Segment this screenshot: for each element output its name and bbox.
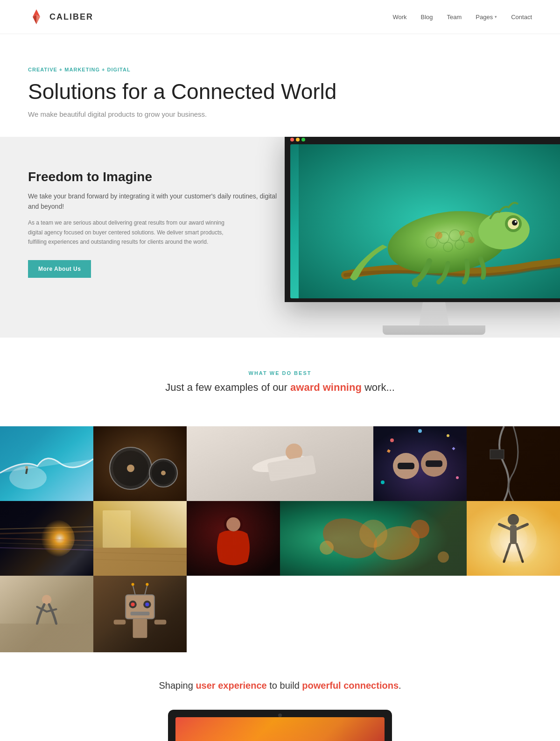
- svg-point-9: [515, 221, 517, 223]
- svg-rect-34: [373, 426, 467, 501]
- svg-rect-55: [93, 501, 187, 576]
- svg-point-65: [370, 521, 424, 565]
- svg-rect-75: [0, 576, 93, 652]
- portfolio-item-silhouette[interactable]: [467, 501, 560, 576]
- portfolio-item-abstract[interactable]: [280, 501, 467, 576]
- svg-rect-48: [0, 501, 93, 576]
- svg-point-17: [459, 230, 465, 236]
- more-about-button[interactable]: More About Us: [28, 260, 91, 278]
- svg-point-71: [508, 514, 519, 525]
- svg-rect-87: [154, 620, 167, 624]
- svg-line-51: [0, 531, 93, 534]
- svg-point-32: [286, 444, 302, 460]
- portfolio-item-lights[interactable]: [0, 501, 93, 576]
- work-section: WHAT WE DO BEST Just a few examples of o…: [0, 338, 560, 426]
- portfolio-grid: [0, 426, 560, 652]
- svg-rect-38: [426, 460, 442, 467]
- nav-contact[interactable]: Contact: [511, 14, 532, 21]
- svg-line-50: [0, 527, 93, 529]
- svg-rect-70: [467, 501, 560, 576]
- nav-blog[interactable]: Blog: [420, 14, 433, 21]
- svg-point-61: [224, 515, 243, 534]
- svg-point-18: [468, 237, 475, 243]
- bottom-tagline: Shaping user experience to build powerfu…: [9, 680, 551, 691]
- main-nav: Work Blog Team Pages ▾ Contact: [392, 14, 532, 21]
- header: CALIBER Work Blog Team Pages ▾ Contact: [0, 0, 560, 34]
- svg-point-24: [110, 447, 152, 489]
- svg-point-81: [143, 600, 151, 608]
- svg-line-58: [93, 559, 187, 562]
- svg-point-80: [129, 600, 136, 608]
- portfolio-item-interior[interactable]: [93, 501, 187, 576]
- nav-work[interactable]: Work: [392, 14, 406, 21]
- svg-line-52: [0, 538, 93, 541]
- chameleon-illustration: [290, 144, 560, 298]
- svg-point-22: [25, 466, 28, 469]
- svg-point-36: [421, 451, 447, 477]
- svg-point-25: [113, 451, 148, 486]
- portfolio-item-gauges[interactable]: [93, 426, 187, 501]
- about-body: As a team we are serious about deliverin…: [28, 218, 233, 247]
- svg-point-8: [512, 220, 518, 226]
- portfolio-item-robot[interactable]: [93, 576, 187, 652]
- svg-point-41: [418, 429, 422, 433]
- svg-rect-19: [0, 426, 93, 501]
- monitor-image: [285, 137, 560, 335]
- chevron-down-icon: ▾: [495, 14, 497, 19]
- work-title-suffix: work...: [362, 381, 395, 393]
- portfolio-item-runner[interactable]: [0, 576, 93, 652]
- nav-pages-link[interactable]: Pages: [476, 14, 493, 21]
- svg-rect-56: [93, 548, 187, 576]
- svg-point-16: [435, 232, 442, 239]
- svg-rect-79: [126, 595, 154, 619]
- svg-point-77: [42, 595, 52, 605]
- work-title-plain: Just a few examples of our: [165, 381, 290, 393]
- bottom-text-prefix: Shaping: [159, 680, 196, 691]
- svg-rect-43: [452, 447, 455, 450]
- svg-rect-47: [490, 450, 504, 459]
- svg-rect-30: [187, 426, 373, 501]
- svg-line-89: [145, 585, 147, 595]
- svg-point-69: [438, 551, 449, 563]
- svg-point-66: [359, 520, 387, 548]
- svg-rect-23: [93, 426, 187, 501]
- svg-point-45: [381, 480, 385, 484]
- work-label: WHAT WE DO BEST: [0, 370, 560, 376]
- svg-rect-37: [398, 463, 414, 469]
- svg-point-26: [127, 465, 134, 472]
- nav-pages[interactable]: Pages ▾: [476, 14, 497, 21]
- svg-line-53: [0, 543, 93, 545]
- laptop-notch: [278, 713, 282, 717]
- svg-point-35: [393, 453, 419, 479]
- svg-rect-46: [467, 426, 560, 501]
- svg-point-83: [145, 602, 149, 606]
- svg-rect-76: [0, 623, 93, 652]
- svg-rect-42: [387, 449, 391, 452]
- portfolio-item-hoodie[interactable]: [187, 501, 280, 576]
- portfolio-item-confetti[interactable]: [373, 426, 467, 501]
- laptop-screen: CALIBER: [175, 717, 385, 741]
- svg-line-54: [0, 548, 93, 550]
- svg-point-29: [161, 471, 166, 475]
- laptop-frame: CALIBER: [168, 710, 392, 741]
- logo-text: CALIBER: [49, 12, 93, 22]
- logo-icon: [28, 8, 45, 25]
- svg-rect-63: [280, 501, 467, 576]
- svg-point-90: [132, 583, 134, 586]
- logo[interactable]: CALIBER: [28, 8, 93, 25]
- svg-point-28: [152, 461, 175, 485]
- nav-team[interactable]: Team: [447, 14, 462, 21]
- portfolio-item-athlete[interactable]: [187, 426, 373, 501]
- svg-rect-33: [267, 455, 316, 481]
- svg-line-57: [93, 552, 187, 555]
- about-title: Freedom to Imagine: [28, 169, 280, 184]
- bottom-text-suffix: .: [399, 680, 401, 691]
- about-section: Freedom to Imagine We take your brand fo…: [0, 137, 560, 338]
- monitor-stand-neck: [415, 302, 453, 325]
- svg-rect-59: [103, 510, 131, 548]
- svg-point-67: [320, 541, 334, 555]
- portfolio-item-surf[interactable]: [0, 426, 93, 501]
- svg-point-82: [131, 602, 135, 606]
- monitor-screen: [290, 144, 560, 298]
- portfolio-item-cables[interactable]: [467, 426, 560, 501]
